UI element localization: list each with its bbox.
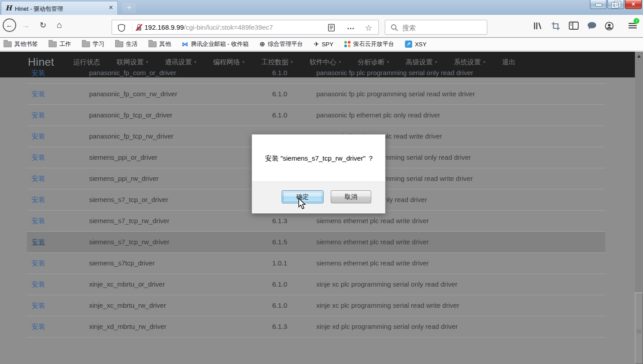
install-link[interactable]: 安装 xyxy=(31,295,45,316)
search-bar[interactable] xyxy=(385,20,487,35)
dialog-footer: 确定 取消 xyxy=(252,181,385,213)
driver-description: xinje xd plc programming serial only rea… xyxy=(316,316,458,337)
bookmark-folder-misc[interactable]: 其他 xyxy=(148,40,171,48)
nav-item-programming-network[interactable]: 编程网络▾ xyxy=(213,58,245,67)
table-row: 安装 panasonic_fp_com_rw_driver 6.1.0 pana… xyxy=(27,84,605,105)
driver-name: siemens_ppi_rw_driver xyxy=(89,168,158,189)
install-link[interactable]: 安装 xyxy=(31,316,45,337)
url-bar[interactable]: 192.168.9.99/cgi-bin/luci/;stok=489fe39e… xyxy=(112,20,379,35)
nav-item-comm-settings[interactable]: 通讯设置▾ xyxy=(165,58,197,67)
tab-close-icon[interactable]: × xyxy=(109,4,113,12)
nav-item-logout[interactable]: 退出 xyxy=(502,58,516,67)
home-button[interactable]: ⌂ xyxy=(57,20,62,30)
window-close-icon: × xyxy=(625,0,641,8)
bookmark-folder-life[interactable]: 生活 xyxy=(115,40,138,48)
driver-name: xinje_xc_mbrtu_rw_driver xyxy=(89,295,166,316)
nav-item-network-settings[interactable]: 联网设置▾ xyxy=(117,58,148,67)
reload-button[interactable]: ↻ xyxy=(40,20,46,30)
driver-version: 6.1.0 xyxy=(272,105,287,126)
forward-button[interactable]: → xyxy=(22,21,30,30)
sidebar-toggle-icon[interactable] xyxy=(569,22,579,30)
driver-name: panasonic_fp_com_rw_driver xyxy=(89,84,177,104)
scrollbar-grip-icon xyxy=(637,330,641,334)
bookmark-admin-platform[interactable]: ⊕综合管理平台 xyxy=(260,40,303,48)
nav-item-advanced-settings[interactable]: 高级设置▾ xyxy=(406,58,437,67)
globe-icon: ⊕ xyxy=(260,40,265,48)
tracking-shield-icon[interactable] xyxy=(118,24,125,32)
driver-version: 6.1.0 xyxy=(272,295,287,316)
account-icon[interactable] xyxy=(605,22,614,31)
table-row: 安装 siemens_s7tcp_driver 1.0.1 siemens et… xyxy=(27,253,605,274)
update-badge-icon: ↑ xyxy=(634,18,639,24)
bookmark-folder-other[interactable]: 其他书签 xyxy=(4,40,38,48)
tab-title: Hinet - 驱动包管理 xyxy=(15,5,63,13)
driver-name: panasonic_fp_tcp_rw_driver xyxy=(89,126,174,147)
cancel-button[interactable]: 取消 xyxy=(331,190,371,203)
bookmark-folder-work[interactable]: 工作 xyxy=(49,40,71,48)
window-close-button[interactable]: × xyxy=(625,0,642,9)
nav-item-software-center[interactable]: 软件中心▾ xyxy=(310,58,341,67)
bookmark-spy[interactable]: ✈SPY xyxy=(314,40,333,48)
driver-version: 6.1.0 xyxy=(272,84,287,104)
plane-icon: ✈ xyxy=(314,40,319,48)
back-button[interactable]: ← xyxy=(3,18,16,32)
driver-name: siemens_ppi_or_driver xyxy=(89,147,157,168)
nav-item-industrial-data[interactable]: 工控数据▾ xyxy=(261,58,293,67)
driver-version: 6.1.3 xyxy=(272,316,287,337)
driver-description: xinje xc plc programming serial read wri… xyxy=(316,295,459,316)
install-link[interactable]: 安装 xyxy=(31,105,45,126)
install-link[interactable]: 安装 xyxy=(31,274,45,295)
browser-tab[interactable]: H Hinet - 驱动包管理 × xyxy=(1,1,118,15)
install-link[interactable]: 安装 xyxy=(31,189,45,210)
bookmarks-bar: 其他书签 工作 学习 生活 其他 ⋈腾讯企业邮箱 - 收件箱 ⊕综合管理平台 ✈… xyxy=(0,38,643,50)
nav-item-run-status[interactable]: 运行状态 xyxy=(73,58,100,67)
site-logo: Hinet xyxy=(28,56,54,68)
restore-icon-front xyxy=(612,3,618,8)
minimize-icon xyxy=(595,4,602,6)
ys7-dots-icon xyxy=(344,41,351,47)
bookmark-label: 生活 xyxy=(126,40,138,48)
install-link[interactable]: 安装 xyxy=(31,232,45,252)
bookmark-label: 萤石云开放平台 xyxy=(353,40,394,48)
bookmark-xsy[interactable]: ↗XSY xyxy=(405,40,427,48)
install-link[interactable]: 安装 xyxy=(31,68,45,77)
install-link[interactable]: 安装 xyxy=(31,147,45,168)
scrollbar-thumb[interactable] xyxy=(635,292,643,364)
library-icon[interactable] xyxy=(533,22,543,30)
search-input[interactable] xyxy=(401,22,484,33)
driver-version: 1.0.1 xyxy=(272,253,287,274)
nav-item-analysis-diagnosis[interactable]: 分析诊断▾ xyxy=(358,58,389,67)
bookmark-label: 其他书签 xyxy=(14,40,38,48)
table-row: 安装 xinje_xc_mbrtu_or_driver 6.1.0 xinje … xyxy=(27,274,605,295)
browser-window: H Hinet - 驱动包管理 × + × ← → ↻ ⌂ 192.168.9.… xyxy=(0,0,643,364)
install-link[interactable]: 安装 xyxy=(31,168,45,189)
driver-description: panasonic fp plc programming serial read… xyxy=(316,84,475,104)
bookmark-star-icon[interactable]: ☆ xyxy=(365,23,372,33)
folder-icon xyxy=(49,41,57,47)
screenshot-crop-icon[interactable] xyxy=(551,22,560,31)
table-row: 安装 siemens_s7_tcp_rw_driver 6.1.3 siemen… xyxy=(27,211,605,232)
dialog-message: 安装 "siemens_s7_tcp_rw_driver" ？ xyxy=(265,154,374,163)
feedback-bubble-icon[interactable] xyxy=(587,22,597,30)
menu-hamburger-icon[interactable]: ↑ xyxy=(628,22,637,30)
install-link[interactable]: 安装 xyxy=(31,253,45,274)
window-restore-button[interactable] xyxy=(607,0,624,9)
url-text[interactable]: 192.168.9.99/cgi-bin/luci/;stok=489fe39e… xyxy=(144,23,273,31)
nav-item-system-settings[interactable]: 系统设置▾ xyxy=(454,58,486,67)
scrollbar-up-arrow-icon[interactable] xyxy=(637,55,641,58)
install-link[interactable]: 安装 xyxy=(31,126,45,147)
new-tab-button[interactable]: + xyxy=(122,3,136,13)
insecure-lock-icon[interactable] xyxy=(135,23,143,31)
chevron-down-icon: ▾ xyxy=(194,59,197,64)
driver-name: siemens_s7_tcp_or_driver xyxy=(89,189,168,210)
vertical-scrollbar[interactable] xyxy=(635,52,643,364)
page-actions-icon[interactable]: ••• xyxy=(347,26,355,31)
folder-icon xyxy=(148,41,157,47)
install-link[interactable]: 安装 xyxy=(31,211,45,231)
install-link[interactable]: 安装 xyxy=(31,84,45,104)
reader-mode-icon[interactable] xyxy=(328,24,335,31)
window-minimize-button[interactable] xyxy=(590,0,607,9)
bookmark-tencent-exmail[interactable]: ⋈腾讯企业邮箱 - 收件箱 xyxy=(182,40,249,48)
bookmark-ys7-platform[interactable]: 萤石云开放平台 xyxy=(344,40,394,48)
bookmark-folder-study[interactable]: 学习 xyxy=(82,40,104,48)
